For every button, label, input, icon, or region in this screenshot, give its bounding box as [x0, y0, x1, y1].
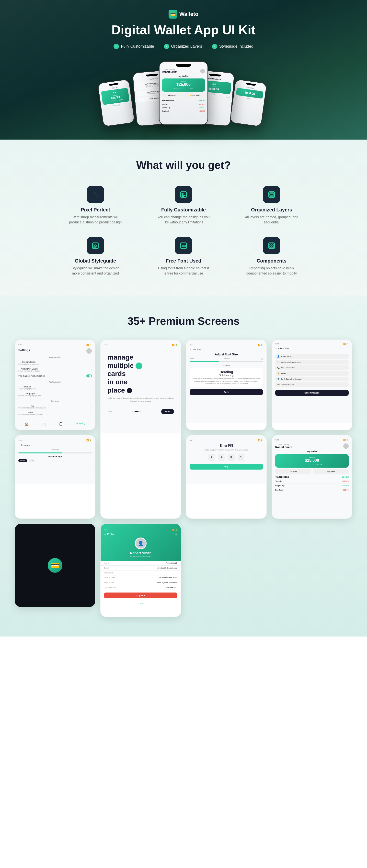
global-styleguide-icon [87, 237, 104, 254]
components-icon [263, 237, 280, 254]
check-icon-1: ✓ [114, 44, 119, 49]
global-styleguide-title: Global Styleguide [75, 258, 116, 264]
hero-title: Digital Wallet App UI Kit [5, 23, 362, 37]
organized-layers-title: Organized Layers [251, 207, 292, 213]
features-grid: Pixel Perfect With sharp measurements wi… [61, 186, 306, 276]
hero-phones: ← Edit Card BSI Balance $25,000 **** ***… [5, 61, 362, 125]
global-styleguide-desc: Styleguide will make the design more con… [68, 266, 122, 276]
screen-insurance: 9:41 📶 🔋 ← Insurance Coverage Insurance … [15, 435, 95, 519]
svg-rect-19 [269, 243, 275, 249]
logo-icon: 💳 [169, 10, 177, 19]
svg-rect-20 [270, 244, 271, 245]
screen-edit-profile: 9:41 📶 🔋 ← Edit Profile 👤 Robert Smith ✉… [272, 340, 352, 430]
phone-center: Good Morning! Robert Smith My Wallet Bal… [159, 61, 208, 125]
feature-organized-layers: Organized Layers All layers are named, g… [237, 186, 306, 225]
svg-rect-21 [272, 244, 274, 245]
logo-text: Walleto [179, 11, 198, 18]
organized-layers-desc: All layers are named, grouped, and seque… [245, 215, 299, 225]
pay-button[interactable]: Pay [190, 464, 263, 470]
svg-rect-22 [270, 246, 271, 248]
what-title: What will you get? [25, 159, 342, 172]
svg-text:Aa: Aa [182, 244, 186, 248]
free-font-title: Free Font Used [166, 258, 201, 264]
feature-pixel-perfect: Pixel Perfect With sharp measurements wi… [61, 186, 130, 225]
hero-badge-3: ✓ Styleguide Included [212, 44, 253, 49]
save-button[interactable]: Save [190, 389, 263, 395]
pixel-perfect-title: Pixel Perfect [81, 207, 110, 213]
feature-components: Components Repeating objects have been c… [237, 237, 306, 276]
components-desc: Repeating objects have been componented … [245, 266, 299, 276]
screen-enter-pin: 9:41 📶 🔋 Enter PIN Enter the pin you hav… [186, 435, 267, 519]
check-icon-3: ✓ [212, 44, 217, 49]
svg-rect-0 [93, 192, 96, 195]
hero-section: 💳 Walleto Digital Wallet App UI Kit ✓ Fu… [0, 0, 367, 140]
svg-rect-1 [95, 194, 98, 197]
svg-rect-9 [270, 193, 274, 194]
svg-point-13 [94, 244, 95, 245]
pixel-perfect-icon [87, 186, 104, 203]
svg-rect-10 [270, 194, 274, 195]
phone-far-left: ← Edit Card BSI Balance $25,000 **** ***… [97, 79, 135, 127]
dark-app-icon: 💳 [48, 558, 62, 573]
feature-global-styleguide: Global Styleguide Styleguide will make t… [61, 237, 130, 276]
screen-settings: 9:41 📶 🔋 Settings Transaction Set Limita… [15, 340, 95, 430]
fully-customizable-title: Fully Customizable [161, 207, 206, 213]
feature-fully-customizable: Fully Customizable You can change the de… [149, 186, 218, 225]
hero-logo: 💳 Walleto [5, 10, 362, 19]
logout-button[interactable]: Log Out [104, 592, 177, 598]
screens-title: 35+ Premium Screens [15, 315, 352, 327]
organized-layers-icon [263, 186, 280, 203]
screens-section: 35+ Premium Screens 9:41 📶 🔋 Settings Tr… [0, 296, 367, 637]
free-font-desc: Using fonts from Google so that it is fr… [157, 266, 210, 276]
what-section: What will you get? Pixel Perfect With sh… [0, 140, 367, 296]
save-changes-button[interactable]: Save Changes [275, 390, 349, 396]
svg-point-14 [96, 244, 97, 245]
fully-customizable-icon [175, 186, 192, 203]
svg-rect-3 [181, 193, 184, 194]
screen-onboarding: 9:41 📶 🔋 manage multiple cards in one pl… [100, 340, 181, 519]
screen-dark: 💳 [15, 524, 95, 607]
phone-far-right: Switch Card $850.00 Update [229, 79, 267, 127]
free-font-icon: Aa [175, 237, 192, 254]
fully-customizable-desc: You can change the design as you like wi… [157, 215, 210, 225]
screens-grid: 9:41 📶 🔋 Settings Transaction Set Limita… [15, 340, 352, 617]
pixel-perfect-desc: With sharp measurements will produce a s… [68, 215, 122, 225]
components-title: Components [257, 258, 286, 264]
screen-wallet: 9:41 📶 🔋 Good Morning! Robert Smith My W… [272, 435, 352, 519]
feature-free-font: Aa Free Font Used Using fonts from Googl… [149, 237, 218, 276]
screen-profile: 9:41 📶 🔋 ← Profile ✏ 👤 Robert Smith robe… [100, 524, 181, 617]
svg-rect-23 [272, 246, 274, 248]
screen-text-size: 9:41 📶 🔋 ← Text Size Adjust Font Size Sm… [186, 340, 267, 430]
hero-badge-2: ✓ Organized Layers [164, 44, 202, 49]
next-button[interactable]: Next [161, 409, 174, 414]
svg-rect-11 [270, 195, 274, 196]
check-icon-2: ✓ [164, 44, 169, 49]
hero-badge-1: ✓ Fully Customizable [114, 44, 154, 49]
hero-badges: ✓ Fully Customizable ✓ Organized Layers … [5, 44, 362, 49]
